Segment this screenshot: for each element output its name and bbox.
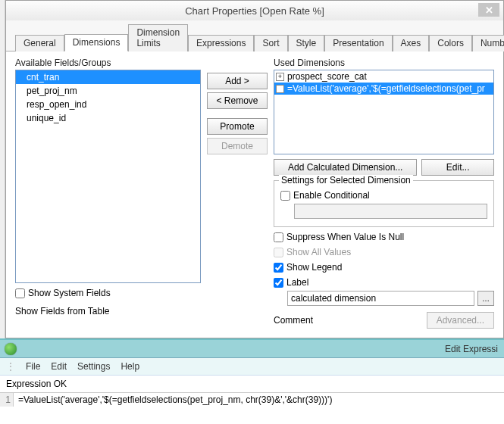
menu-edit[interactable]: Edit (51, 361, 67, 372)
show-legend-checkbox[interactable] (274, 263, 283, 273)
settings-legend: Settings for Selected Dimension (279, 175, 413, 186)
app-icon (5, 343, 17, 355)
used-item-label: prospect_score_cat (287, 71, 367, 82)
available-fields-list[interactable]: cnt_tran pet_proj_nm resp_open_ind uniqu… (15, 70, 201, 283)
menu-settings[interactable]: Settings (77, 361, 110, 372)
line-number: 1 (0, 393, 14, 407)
menu-help[interactable]: Help (121, 361, 139, 372)
expression-editor[interactable]: 1 =ValueList('average','$(=getfieldselec… (0, 393, 504, 407)
add-button[interactable]: Add > (207, 73, 268, 89)
list-item[interactable]: pet_proj_nm (16, 84, 200, 98)
tab-style[interactable]: Style (288, 35, 325, 51)
label-checkbox-label: Label (286, 277, 308, 288)
window-title: Chart Properties [Open Rate %] (185, 5, 324, 17)
show-system-fields-label: Show System Fields (28, 288, 111, 298)
edit-button[interactable]: Edit... (421, 159, 494, 176)
demote-button[interactable]: Demote (207, 138, 268, 154)
tab-general[interactable]: General (15, 35, 64, 51)
tabstrip: General Dimensions Dimension Limits Expr… (6, 20, 503, 51)
list-item[interactable]: + prospect_score_cat (274, 70, 493, 83)
label-ellipsis-button[interactable]: … (477, 291, 494, 306)
expand-icon[interactable]: + (276, 85, 284, 93)
show-all-values-checkbox (274, 248, 283, 257)
tab-dimensions[interactable]: Dimensions (64, 34, 129, 51)
expression-code[interactable]: =ValueList('average','$(=getfieldselecti… (14, 393, 337, 407)
show-all-values-label: Show All Values (286, 247, 351, 257)
menu-file[interactable]: File (26, 361, 40, 372)
conditional-expression-field (294, 204, 487, 219)
tab-dimension-limits[interactable]: Dimension Limits (128, 24, 188, 51)
list-item[interactable]: cnt_tran (16, 70, 200, 84)
show-system-fields-checkbox[interactable] (15, 288, 25, 298)
expression-status: Expression OK (0, 376, 504, 393)
expression-editor-window: Edit Expressi ⋮ File Edit Settings Help … (0, 338, 504, 407)
list-item[interactable]: unique_id (16, 111, 200, 125)
list-item[interactable]: + =ValueList('average','$(=getfieldselec… (274, 83, 493, 95)
editor-title: Edit Expressi (445, 344, 498, 354)
editor-menubar: ⋮ File Edit Settings Help (0, 358, 504, 376)
tab-expressions[interactable]: Expressions (188, 35, 254, 51)
promote-button[interactable]: Promote (207, 118, 268, 135)
tab-presentation[interactable]: Presentation (324, 35, 392, 51)
suppress-null-checkbox[interactable] (274, 232, 283, 242)
enable-conditional-checkbox[interactable] (280, 191, 290, 201)
show-fields-from-table-label: Show Fields from Table (15, 306, 201, 316)
comment-label: Comment (274, 315, 313, 326)
enable-conditional-label: Enable Conditional (293, 190, 370, 201)
advanced-button: Advanced... (427, 312, 494, 329)
remove-button[interactable]: < Remove (207, 92, 268, 109)
used-item-label: =ValueList('average','$(=getfieldselecti… (287, 83, 485, 94)
show-legend-label: Show Legend (286, 262, 342, 273)
label-checkbox[interactable] (274, 278, 283, 288)
suppress-null-label: Suppress When Value Is Null (286, 232, 404, 242)
titlebar: Chart Properties [Open Rate %] ✕ (6, 1, 503, 20)
used-dimensions-list[interactable]: + prospect_score_cat + =ValueList('avera… (274, 70, 494, 154)
tab-axes[interactable]: Axes (393, 35, 430, 51)
settings-fieldset: Settings for Selected Dimension Enable C… (274, 180, 494, 227)
list-item[interactable]: resp_open_ind (16, 98, 200, 111)
add-calculated-dimension-button[interactable]: Add Calculated Dimension... (274, 159, 417, 176)
expand-icon[interactable]: + (276, 73, 284, 81)
tab-colors[interactable]: Colors (429, 35, 472, 51)
tab-number[interactable]: Number (472, 35, 504, 51)
close-button[interactable]: ✕ (478, 3, 499, 17)
available-fields-label: Available Fields/Groups (15, 58, 201, 68)
label-field[interactable] (287, 291, 474, 306)
tab-sort[interactable]: Sort (254, 35, 287, 51)
used-dimensions-label: Used Dimensions (274, 58, 494, 68)
